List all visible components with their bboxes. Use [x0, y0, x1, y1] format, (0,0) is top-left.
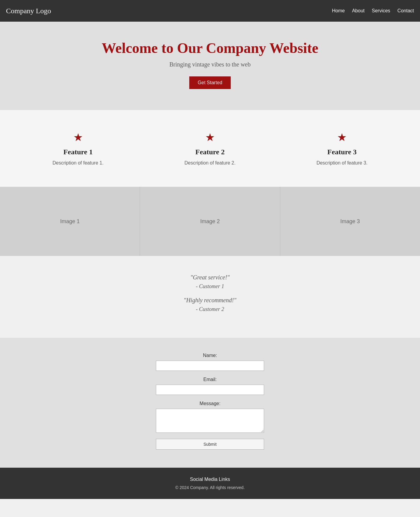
gallery-image-3: Image 3	[280, 187, 420, 256]
feature-3-icon: ★	[282, 131, 402, 144]
gallery-image-2: Image 2	[140, 187, 280, 256]
gallery-image-1: Image 1	[0, 187, 140, 256]
name-label: Name:	[12, 353, 408, 358]
hero-title: Welcome to Our Company Website	[6, 40, 414, 56]
message-label: Message:	[12, 401, 408, 406]
testimonials-section: "Great service!" - Customer 1 "Highly re…	[0, 256, 420, 338]
feature-3-desc: Description of feature 3.	[282, 160, 402, 166]
feature-2-icon: ★	[150, 131, 270, 144]
features-section: ★ Feature 1 Description of feature 1. ★ …	[0, 110, 420, 187]
feature-2-title: Feature 2	[150, 148, 270, 156]
contact-section: Name: Email: Message: Submit	[0, 338, 420, 468]
nav-links: Home About Services Contact	[332, 8, 414, 14]
gallery-section: Image 1 Image 2 Image 3	[0, 187, 420, 256]
nav-services[interactable]: Services	[372, 8, 390, 13]
feature-3-title: Feature 3	[282, 148, 402, 156]
testimonial-1-author: - Customer 1	[12, 283, 408, 290]
feature-2-desc: Description of feature 2.	[150, 160, 270, 166]
testimonial-1-quote: "Great service!"	[12, 274, 408, 281]
get-started-button[interactable]: Get Started	[189, 76, 231, 89]
feature-3: ★ Feature 3 Description of feature 3.	[276, 125, 408, 172]
email-label: Email:	[12, 377, 408, 382]
hero-section: Welcome to Our Company Website Bringing …	[0, 22, 420, 110]
submit-button[interactable]: Submit	[156, 439, 264, 450]
email-input[interactable]	[156, 385, 264, 395]
nav-home[interactable]: Home	[332, 8, 345, 13]
social-media-links: Social Media Links	[6, 477, 414, 482]
company-logo: Company Logo	[6, 7, 51, 15]
feature-1-desc: Description of feature 1.	[18, 160, 138, 166]
nav-contact[interactable]: Contact	[397, 8, 414, 13]
feature-2: ★ Feature 2 Description of feature 2.	[144, 125, 276, 172]
message-textarea[interactable]	[156, 409, 264, 433]
feature-1-title: Feature 1	[18, 148, 138, 156]
nav-about[interactable]: About	[352, 8, 365, 13]
feature-1: ★ Feature 1 Description of feature 1.	[12, 125, 144, 172]
testimonial-2-quote: "Highly recommend!"	[12, 297, 408, 304]
name-input[interactable]	[156, 361, 264, 371]
footer: Social Media Links © 2024 Company. All r…	[0, 468, 420, 499]
copyright: © 2024 Company. All rights reserved.	[6, 485, 414, 490]
testimonial-2-author: - Customer 2	[12, 306, 408, 312]
hero-subtitle: Bringing vintage vibes to the web	[6, 61, 414, 68]
feature-1-icon: ★	[18, 131, 138, 144]
navbar: Company Logo Home About Services Contact	[0, 0, 420, 22]
